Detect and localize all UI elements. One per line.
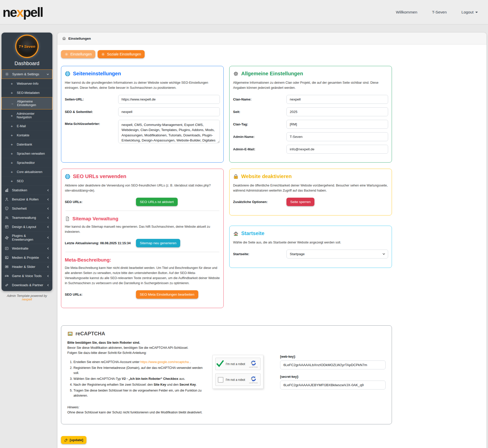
row-label: SEO URLs:	[65, 200, 136, 204]
card-title: SEO URLs verwenden	[65, 174, 220, 179]
sidebar-sub-label: Admincenter Navigation	[17, 112, 49, 119]
section-title-sitemap: Sitemap Verwaltung	[65, 216, 220, 222]
recaptcha-widget-unchecked[interactable]: I'm not a robot reCAPTCHA	[215, 373, 261, 386]
sidebar-item-label: Sicherheit	[12, 207, 27, 210]
sidebar-sub-label: Sprachen verwalten	[17, 152, 45, 155]
sidebar-item-benutzer-rollen[interactable]: Benutzer & Rollen	[2, 195, 52, 204]
sidebar-item-design-layout[interactable]: Design & Layout	[2, 222, 52, 231]
sidebar-item-downloads-partner[interactable]: Downloads & Partner	[2, 280, 52, 290]
chevron-left-icon	[47, 226, 49, 228]
card-description: Aktiviere oder deaktiviere die Verwendun…	[65, 183, 220, 193]
picture-icon	[67, 331, 73, 337]
sidebar-sub-email[interactable]: +E-Mail	[2, 121, 52, 131]
sidebar-sub-label: Datenbank	[17, 143, 32, 146]
sidebar-item-label: Benutzer & Rollen	[12, 197, 39, 201]
lock-icon	[233, 174, 239, 179]
update-button[interactable]: [update]	[61, 436, 86, 444]
logo-accent: x	[17, 5, 23, 20]
admin-email-input[interactable]	[286, 145, 388, 154]
sidebar-sub-sprachen-verwalten[interactable]: +Sprachen verwalten	[2, 149, 52, 158]
card-recaptcha: reCAPTCHA Bitte bestätigen Sie, dass Sie…	[61, 325, 392, 424]
admin-name-input[interactable]	[286, 132, 388, 141]
recaptcha-widget-checked[interactable]: I'm not a robot reCAPTCHA	[215, 358, 261, 370]
sidebar-item-statistiken[interactable]: Statistiken	[2, 185, 52, 195]
seo-urls-status-button[interactable]: SEO URLs ist aktiviert	[136, 198, 178, 206]
sitemap-timestamp: 08.08.2025 11:15:34	[100, 241, 131, 245]
sidebar-footer: Admin Template powered by nexpell	[2, 294, 52, 301]
sidebar-item-label: Game & Voice Tools	[12, 274, 42, 278]
sidebar-sub-kontakte[interactable]: +Kontakte	[2, 131, 52, 140]
slider-icon	[5, 265, 9, 269]
sidebar-sub-webserver-info[interactable]: +Webserver-Info	[2, 79, 52, 88]
tab-soziale-einstellungen[interactable]: Soziale Einstellungen	[98, 50, 145, 58]
chevron-left-icon	[47, 266, 49, 268]
startseite-select[interactable]: Startpage	[286, 250, 388, 258]
field-seitentitel: SEO & Seitentitel:	[65, 107, 220, 116]
sidebar-sub-label: E-Mail	[17, 124, 26, 128]
logo-text: ne	[3, 5, 17, 20]
chevron-left-icon	[47, 236, 49, 239]
document-icon	[65, 216, 70, 221]
web-key-input[interactable]	[280, 360, 386, 369]
divider	[65, 252, 219, 252]
recaptcha-brand-text: reCAPTCHA	[249, 366, 258, 368]
sidebar-item-plugins-erweiterungen[interactable]: Plugins & Erweiterungen	[2, 231, 52, 244]
sidebar-item-webinhalte[interactable]: Webinhalte	[2, 244, 52, 253]
clan-tag-input[interactable]	[286, 120, 388, 129]
clan-name-input[interactable]	[286, 95, 388, 104]
seitentitel-input[interactable]	[118, 107, 220, 116]
main-panel: Einstellungen Einstellungen Soziale Eins…	[57, 33, 486, 448]
recaptcha-link[interactable]: https://www.google.com/recaptcha	[140, 360, 189, 364]
meta-keywords-textarea[interactable]: nexpell, CMS, Community-Management, Espo…	[118, 120, 220, 143]
sidebar-sub-spracheditor[interactable]: +Spracheditor	[2, 158, 52, 167]
right-column: Website deaktivieren Deaktiviere die öff…	[229, 169, 392, 308]
seit-input[interactable]	[286, 107, 388, 116]
sitemap-generate-button[interactable]: Sitemap neu generieren	[136, 239, 180, 247]
section-description: Die Meta-Beschreibung kann hier nicht di…	[65, 265, 220, 286]
sidebar-item-sicherheit[interactable]: Sicherheit	[2, 204, 52, 213]
sidebar-sub-seo-metadaten[interactable]: +SEO-Metadaten	[2, 88, 52, 97]
tab-einstellungen[interactable]: Einstellungen	[61, 50, 95, 58]
sidebar-item-label: Downloads & Partner	[12, 283, 43, 287]
sidebar-item-medien-projekte[interactable]: Medien & Projekte	[2, 253, 52, 262]
recaptcha-intro-line: Folgen Sie dazu bitte dieser Schritt-für…	[67, 350, 206, 355]
sidebar-item-system-settings[interactable]: System & Settings	[2, 69, 52, 79]
top-nav: Willkommen T-Seven Logout	[396, 10, 478, 15]
sidebar-sub-core-aktualisieren[interactable]: +Core aktualisieren	[2, 167, 52, 176]
seo-meta-edit-button[interactable]: SEO Meta Einstellungen bearbeiten	[136, 290, 198, 299]
divider	[65, 211, 219, 211]
sidebar-item-header-slider[interactable]: Header & Slider	[2, 262, 52, 271]
field-label: Meta-Schlüsselwörter:	[65, 120, 118, 126]
sidebar-item-teamverwaltung[interactable]: Teamverwaltung	[2, 213, 52, 222]
field-clan-tag: Clan-Tag:	[233, 120, 388, 129]
nav-willkommen[interactable]: Willkommen	[396, 10, 417, 15]
sidebar-item-game-voice-tools[interactable]: Game & Voice Tools	[2, 271, 52, 280]
gamepad-icon	[5, 274, 9, 278]
recaptcha-logo-icon	[250, 376, 256, 382]
seite-sperren-button[interactable]: Seite sperren	[286, 198, 314, 206]
nav-user[interactable]: T-Seven	[432, 10, 447, 15]
sidebar-sub-seo[interactable]: +SEO	[2, 176, 52, 185]
sidebar-sub-datenbank[interactable]: +Datenbank	[2, 140, 52, 149]
field-label: SEO & Seitentitel:	[65, 110, 118, 114]
home-icon	[62, 36, 66, 40]
globe-icon	[65, 71, 70, 77]
recaptcha-checkbox[interactable]	[218, 377, 223, 383]
sidebar-sub-admincenter-navigation[interactable]: +Admincenter Navigation	[2, 109, 52, 121]
seiten-url-input[interactable]	[118, 95, 220, 104]
house-icon	[233, 231, 239, 236]
row-label: Zusätzliche Optionen:	[233, 200, 286, 204]
recaptcha-instructions: Bitte bestätigen Sie, dass Sie kein Robo…	[67, 340, 206, 415]
recaptcha-widget-label: I'm not a robot	[226, 362, 245, 366]
recaptcha-step: Nach der Registrierung erhalten Sie zwei…	[73, 382, 206, 387]
recaptcha-widget-label: I'm not a robot	[226, 378, 245, 382]
sidebar-sub-allgemeine-einstellungen[interactable]: →Allgemeine Einstellungen	[2, 97, 52, 109]
field-label: Seit:	[233, 110, 286, 114]
sidebar-sub-label: Allgemeine Einstellungen	[17, 100, 49, 107]
emblem-text: Seven	[24, 44, 35, 49]
card-website-deaktivieren: Website deaktivieren Deaktiviere die öff…	[229, 169, 392, 215]
plus-icon: +	[10, 133, 13, 137]
nav-logout[interactable]: Logout	[462, 10, 478, 15]
secret-key-input[interactable]	[280, 381, 386, 389]
tab-label: Soziale Einstellungen	[107, 52, 141, 56]
